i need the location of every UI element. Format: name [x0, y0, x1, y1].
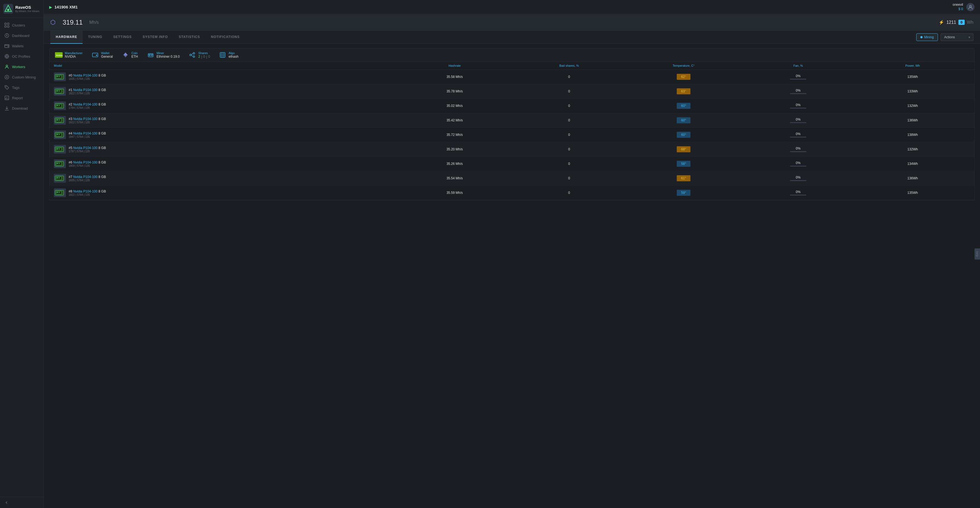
table-row[interactable]: #0 Nvidia P104-100 8 GB 1835 | 5764 | 13… — [49, 70, 974, 84]
sidebar-item-clusters[interactable]: Clusters — [0, 20, 43, 30]
miner-label: Miner — [157, 51, 180, 55]
info-shares: Shares 2 | 0 | 0 — [188, 51, 210, 59]
svg-rect-74 — [64, 135, 65, 135]
gpu-power-5: 132Wh — [855, 147, 970, 151]
gpu-temp-5: 68° — [627, 146, 741, 152]
gpu-hashrate-1: 35.78 Mh/s — [397, 89, 512, 93]
svg-rect-56 — [64, 92, 65, 92]
sidebar-item-report[interactable]: Report — [0, 93, 43, 103]
topbar-left: ▶ 141906 XM1 — [49, 5, 78, 9]
svg-line-40 — [191, 54, 193, 54]
gpu-index-name-2: #2 Nvidia P104-100 8 GB — [68, 102, 106, 107]
wallets-label: Wallets — [12, 44, 24, 48]
custom-mining-icon — [5, 75, 9, 80]
gpu-cell-1: #1 Nvidia P104-100 8 GB 1822 | 5764 | 13… — [54, 87, 397, 96]
table-header: Model Hashrate Bad shares, % Temperature… — [49, 62, 974, 70]
power-badge: 0 — [958, 20, 965, 25]
svg-rect-73 — [64, 134, 65, 135]
gpu-image-1 — [54, 87, 66, 96]
table-row[interactable]: #3 Nvidia P104-100 8 GB 1822 | 5764 | 13… — [49, 113, 974, 128]
sidebar-item-download[interactable]: Download — [0, 103, 43, 113]
svg-rect-64 — [59, 105, 60, 106]
table-row[interactable]: #7 Nvidia P104-100 8 GB 1835 | 5764 | 13… — [49, 171, 974, 186]
gpu-cell-0: #0 Nvidia P104-100 8 GB 1835 | 5764 | 13… — [54, 72, 397, 81]
hashrate-unit: Mh/s — [89, 20, 99, 25]
table-row[interactable]: #5 Nvidia P104-100 8 GB 1797 | 5764 | 13… — [49, 142, 974, 157]
tab-notifications[interactable]: NOTIFICATIONS — [205, 30, 245, 44]
svg-rect-91 — [64, 177, 65, 178]
tab-hardware[interactable]: HARDWARE — [50, 30, 83, 44]
svg-rect-4 — [7, 23, 9, 25]
sidebar-item-oc-profiles[interactable]: OC Profiles — [0, 51, 43, 62]
table-row[interactable]: #8 Nvidia P104-100 8 GB 1822 | 5764 | 13… — [49, 186, 974, 200]
help-button[interactable]: help — [975, 248, 980, 260]
gpu-stats-3: 1822 | 5764 | 135 — [68, 121, 106, 124]
th-fan: Fan, % — [741, 64, 856, 67]
gpu-details-5: #5 Nvidia P104-100 8 GB 1797 | 5764 | 13… — [68, 146, 106, 153]
hashrate-value: 319.11 — [63, 19, 83, 26]
gpu-bad-shares-0: 0 — [512, 75, 627, 79]
algo-text: Algo ethash — [229, 51, 239, 59]
gpu-fan-4: 0% — [741, 132, 856, 137]
worker-status-icon: ▶ — [49, 5, 52, 9]
gpu-index-name-1: #1 Nvidia P104-100 8 GB — [68, 88, 106, 92]
sidebar-item-custom-mining[interactable]: Custom Mining — [0, 72, 43, 82]
actions-select-wrapper: Actions — [940, 33, 974, 41]
svg-rect-86 — [64, 164, 65, 165]
power-value: 1211 — [947, 20, 956, 25]
table-row[interactable]: #4 Nvidia P104-100 8 GB 1847 | 5764 | 13… — [49, 128, 974, 142]
table-row[interactable]: #1 Nvidia P104-100 8 GB 1822 | 5764 | 13… — [49, 84, 974, 99]
gpu-fan-3: 0% — [741, 118, 856, 123]
svg-rect-10 — [5, 45, 9, 48]
tab-tuning[interactable]: TUNING — [83, 30, 108, 44]
gpu-image-6 — [54, 159, 66, 168]
miner-text: Miner Ethminer 0.19.0 — [157, 51, 180, 59]
workers-label: Workers — [12, 65, 25, 69]
gpu-temp-6: 58° — [627, 161, 741, 167]
tab-system-info[interactable]: SYSTEM INFO — [137, 30, 173, 44]
gpu-fan-1: 0% — [741, 89, 856, 94]
sidebar-item-wallets[interactable]: Wallets — [0, 41, 43, 51]
gpu-details-0: #0 Nvidia P104-100 8 GB 1835 | 5764 | 13… — [68, 73, 106, 80]
fan-bar-2 — [790, 108, 807, 108]
report-icon — [5, 96, 9, 100]
sidebar: RaveOS By Miners. For Miners Clusters Da… — [0, 0, 44, 508]
tabs-row: HARDWARE TUNING SETTINGS SYSTEM INFO STA… — [44, 30, 980, 44]
tab-statistics[interactable]: STATISTICS — [173, 30, 205, 44]
gpu-details-7: #7 Nvidia P104-100 8 GB 1835 | 5764 | 13… — [68, 175, 106, 182]
gpu-power-3: 136Wh — [855, 118, 970, 122]
svg-rect-69 — [57, 119, 58, 121]
svg-rect-82 — [59, 148, 60, 150]
actions-select[interactable]: Actions — [940, 33, 974, 41]
tab-settings[interactable]: SETTINGS — [108, 30, 137, 44]
sidebar-item-tags[interactable]: Tags — [0, 82, 43, 93]
topbar-right: oneevil $ 0 — [953, 3, 975, 11]
gpu-hashrate-5: 35.20 Mh/s — [397, 147, 512, 151]
table-row[interactable]: #6 Nvidia P104-100 8 GB 1809 | 5764 | 13… — [49, 157, 974, 171]
svg-point-13 — [6, 56, 8, 57]
sidebar-item-workers[interactable]: Workers — [0, 62, 43, 72]
svg-rect-85 — [64, 163, 65, 164]
coin-value: ETH — [132, 55, 138, 59]
gpu-index-name-8: #8 Nvidia P104-100 8 GB — [68, 189, 106, 193]
gpu-bad-shares-3: 0 — [512, 118, 627, 122]
mining-button[interactable]: Mining — [916, 33, 938, 41]
svg-rect-75 — [57, 134, 58, 135]
avatar[interactable] — [966, 3, 975, 11]
fan-bar-8 — [790, 195, 807, 196]
gpu-image-5 — [54, 145, 66, 154]
svg-rect-49 — [64, 76, 65, 76]
gpu-index-name-4: #4 Nvidia P104-100 8 GB — [68, 131, 106, 135]
mining-status-dot — [920, 36, 923, 38]
gpu-temp-1: 63° — [627, 88, 741, 94]
sidebar-item-dashboard[interactable]: Dashboard — [0, 30, 43, 41]
gpu-stats-0: 1835 | 5764 | 135 — [68, 77, 106, 80]
sidebar-collapse-button[interactable] — [0, 497, 43, 508]
gpu-bad-shares-2: 0 — [512, 104, 627, 108]
balance: $ 0 — [958, 7, 963, 11]
username: oneevil — [953, 3, 963, 7]
svg-rect-61 — [64, 105, 65, 105]
clusters-label: Clusters — [12, 23, 25, 27]
table-row[interactable]: #2 Nvidia P104-100 8 GB 1784 | 5764 | 13… — [49, 99, 974, 113]
content-area: NVIDIA Manufacturer NVIDIA Wallet — [44, 44, 980, 508]
